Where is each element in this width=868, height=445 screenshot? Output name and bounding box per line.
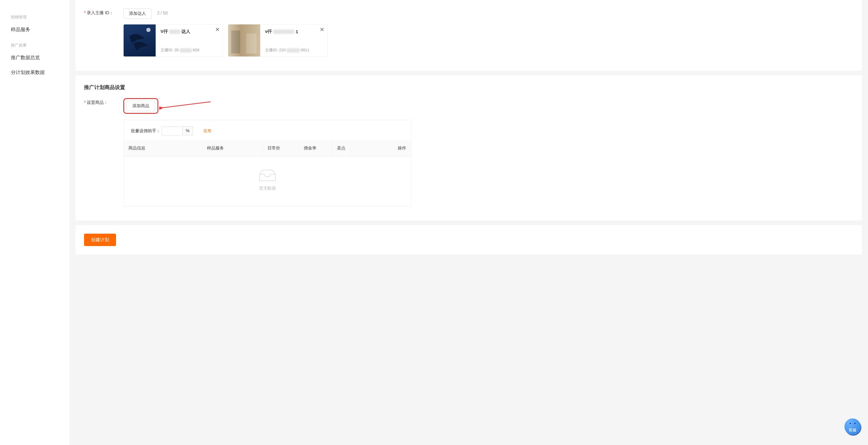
product-section-title: 推广计划商品设置 — [84, 84, 854, 91]
add-product-button[interactable]: 添加商品 — [127, 101, 155, 111]
sidebar-item-sample-service[interactable]: 样品服务 — [0, 22, 69, 37]
anchor-thumb-mall — [228, 25, 260, 57]
inbox-icon — [258, 169, 277, 182]
fab-label: 客服 — [849, 427, 857, 435]
elephant-icon — [848, 422, 857, 428]
svg-line-1 — [162, 102, 211, 108]
th-commission-rate: 佣金率 — [299, 140, 332, 157]
th-daily-price: 日常价 — [262, 140, 299, 157]
anchor-name: v仟 1 — [265, 29, 309, 34]
close-icon[interactable]: ✕ — [320, 27, 324, 32]
annotation-arrow-icon — [159, 100, 214, 112]
empty-text: 暂无数据 — [259, 186, 276, 191]
commission-helper-label: 批量设佣助手： — [131, 128, 160, 133]
table-empty-state: 暂无数据 — [124, 157, 411, 206]
create-plan-button[interactable]: 创建计划 — [84, 234, 116, 246]
commission-input[interactable] — [162, 127, 181, 136]
anchor-thumb-dolphin — [124, 25, 156, 57]
anchor-id-label: 录入主播 ID： — [84, 8, 123, 16]
svg-point-0 — [146, 28, 151, 32]
add-anchor-button[interactable]: 添加达人 — [123, 8, 152, 19]
th-sample-service: 样品服务 — [202, 140, 262, 157]
sidebar-item-data-overview[interactable]: 推广数据总览 — [0, 50, 69, 65]
anchor-panel: 录入主播 ID： 添加达人 2 / 50 — [75, 0, 862, 71]
anchor-card: V仟 达人 主播ID: 35858 ✕ — [123, 24, 223, 57]
highlight-add-product: 添加商品 — [123, 98, 158, 114]
set-product-label: 设置商品： — [84, 98, 123, 105]
product-panel: 推广计划商品设置 设置商品： 添加商品 — [75, 75, 862, 220]
table-header: 商品信息 样品服务 日常价 佣金率 卖点 操作 — [124, 140, 411, 157]
customer-service-fab[interactable]: 客服 — [844, 418, 861, 435]
th-product-info: 商品信息 — [124, 140, 202, 157]
anchor-card: v仟 1 主播ID: 2209911 ✕ — [228, 24, 328, 57]
footer-panel: 创建计划 — [75, 225, 862, 254]
sidebar-item-plan-detail[interactable]: 分计划效果数据 — [0, 65, 69, 80]
product-table: 批量设佣助手： % 应用 商品信息 样品服务 日常价 佣金率 卖点 操作 — [123, 120, 411, 206]
anchor-name: V仟 达人 — [160, 29, 199, 34]
sidebar-section-effect: 推广效果 — [0, 40, 69, 50]
th-operation: 操作 — [350, 140, 411, 157]
sidebar: 营销管理 样品服务 推广效果 推广数据总览 分计划效果数据 — [0, 0, 69, 445]
close-icon[interactable]: ✕ — [215, 27, 220, 32]
anchor-counter: 2 / 50 — [157, 8, 168, 15]
main-content: 录入主播 ID： 添加达人 2 / 50 — [69, 0, 868, 445]
apply-button[interactable]: 应用 — [200, 126, 214, 136]
sidebar-section-marketing: 营销管理 — [0, 12, 69, 22]
percent-suffix: % — [182, 126, 193, 135]
anchor-id: 主播ID: 35858 — [160, 47, 199, 53]
th-selling-point: 卖点 — [332, 140, 350, 157]
anchor-id: 主播ID: 2209911 — [265, 47, 309, 53]
